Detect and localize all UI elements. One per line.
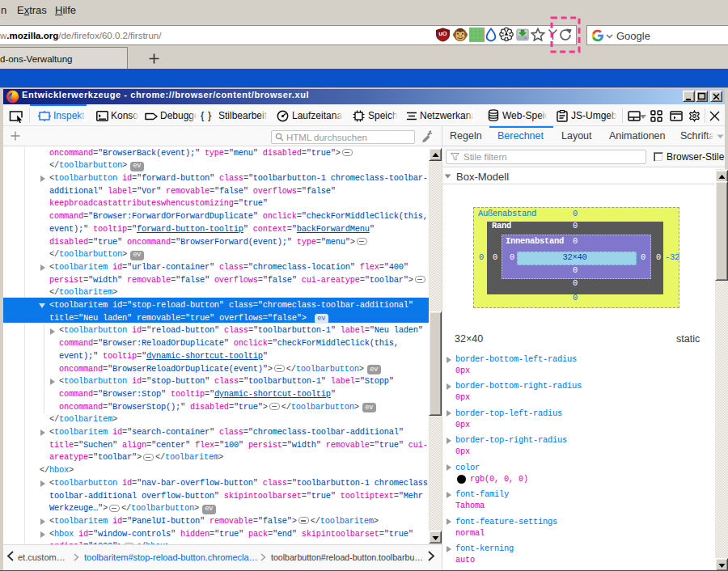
svg-text:uO: uO <box>438 30 447 37</box>
